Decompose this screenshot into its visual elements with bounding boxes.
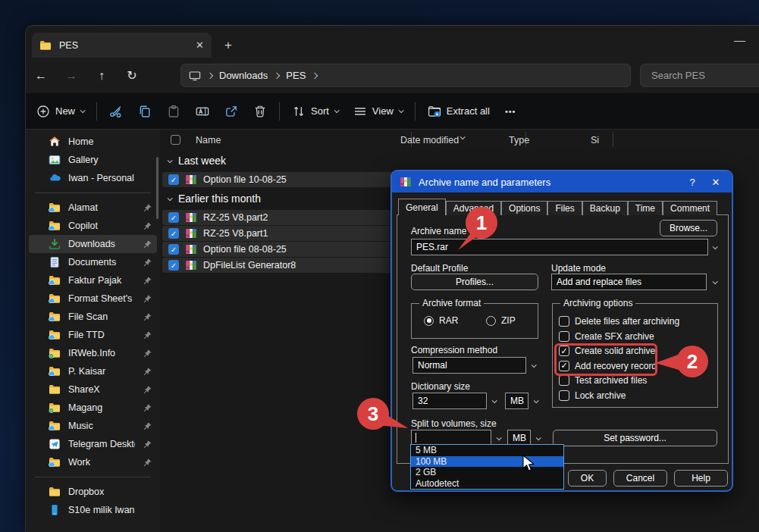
radio-zip[interactable]: ZIP (486, 315, 516, 326)
sidebar-item-s10e-milik-iwan[interactable]: S10e milik Iwan (29, 501, 157, 519)
select-all-checkbox[interactable] (171, 135, 180, 145)
cancel-button[interactable]: Cancel (613, 470, 667, 487)
sidebar-item-copilot[interactable]: Copilot (29, 217, 157, 235)
sidebar-item-irweb-info[interactable]: IRWeb.Info (29, 344, 157, 362)
new-tab-button[interactable]: + (224, 38, 232, 53)
sidebar-item-telegram-desktop[interactable]: Telegram Desktop (29, 435, 157, 453)
sidebar-item-home[interactable]: Home (29, 133, 157, 151)
extract-all-button[interactable]: Extract all (420, 105, 497, 118)
ok-button[interactable]: OK (568, 470, 607, 487)
volume-option-100-mb[interactable]: 100 MB (411, 456, 563, 468)
column-date-modified[interactable]: Date modified (394, 135, 503, 146)
tab-time[interactable]: Time (628, 201, 663, 215)
item-checkbox[interactable]: ✓ (168, 244, 179, 255)
sidebar-item-alamat[interactable]: Alamat (29, 199, 157, 217)
mouse-cursor (522, 455, 537, 474)
item-checkbox[interactable]: ✓ (168, 228, 179, 239)
column-size[interactable]: Si (585, 135, 599, 146)
sidebar-top-section: HomeGalleryIwan - Personal (26, 133, 160, 187)
dialog-help-icon[interactable]: ? (684, 177, 701, 188)
column-name[interactable]: Name (190, 135, 394, 146)
refresh-button[interactable]: ↻ (117, 68, 147, 83)
sidebar-item-label: Music (68, 421, 135, 431)
checkbox-test-archived-files[interactable]: Test archived files (559, 375, 647, 386)
explorer-tab[interactable]: PES ✕ (32, 33, 212, 58)
sidebar-item-music[interactable]: Music (29, 417, 157, 435)
divider (279, 102, 280, 120)
back-button[interactable]: ← (26, 69, 56, 83)
forward-button[interactable]: → (56, 69, 86, 83)
volume-option-autodetect[interactable]: Autodetect (411, 478, 563, 490)
sidebar-item-documents[interactable]: Documents (29, 253, 157, 271)
sidebar-item-file-scan[interactable]: File Scan (29, 308, 157, 326)
update-mode-dropdown-icon[interactable] (709, 274, 720, 290)
update-mode-select[interactable]: Add and replace files (551, 274, 707, 290)
rename-button[interactable] (188, 105, 217, 118)
item-checkbox[interactable]: ✓ (168, 174, 179, 185)
sidebar-item-dropbox[interactable]: Dropbox (29, 483, 157, 501)
new-button[interactable]: New (29, 105, 92, 118)
sidebar-item-magang[interactable]: Magang (29, 399, 157, 417)
sort-button[interactable]: Sort (284, 105, 346, 118)
copy-button[interactable] (130, 105, 159, 118)
minimize-button[interactable]: — (734, 33, 745, 46)
cut-button[interactable] (102, 105, 130, 118)
this-pc-icon (189, 70, 201, 82)
radio-rar[interactable]: RAR (424, 315, 458, 326)
item-checkbox[interactable]: ✓ (168, 212, 179, 223)
sidebar-item-sharex[interactable]: ShareX (29, 380, 157, 399)
checkbox-icon (559, 316, 569, 327)
dictionary-size-input[interactable]: 32 (412, 393, 487, 409)
tab-close-icon[interactable]: ✕ (196, 39, 204, 51)
dialog-close-icon[interactable]: ✕ (707, 177, 724, 188)
breadcrumb-downloads[interactable]: Downloads (219, 70, 268, 81)
column-type[interactable]: Type (503, 135, 585, 146)
sidebar-item-work[interactable]: Work (29, 453, 157, 471)
profiles-button[interactable]: Profiles... (411, 274, 538, 290)
browse-button[interactable]: Browse... (660, 220, 717, 236)
tab-files[interactable]: Files (547, 201, 582, 215)
tab-backup[interactable]: Backup (582, 201, 628, 215)
search-input[interactable]: Search PES (640, 64, 759, 87)
breadcrumb-pes[interactable]: PES (286, 70, 306, 81)
sidebar-item-downloads[interactable]: Downloads (29, 235, 157, 253)
breadcrumb[interactable]: DownloadsPES (180, 64, 631, 87)
item-checkbox[interactable]: ✓ (168, 260, 179, 271)
dialog-title-bar[interactable]: Archive name and parameters ? ✕ (392, 171, 732, 192)
tab-general[interactable]: General (398, 199, 446, 215)
compression-method-select[interactable]: Normal (412, 357, 526, 374)
checkbox-create-sfx-archive[interactable]: Create SFX archive (559, 331, 654, 342)
sidebar-item-iwan-personal[interactable]: Iwan - Personal (29, 169, 157, 187)
checkbox-delete-files-after-archiving[interactable]: Delete files after archiving (559, 316, 679, 327)
help-button[interactable]: Help (674, 470, 728, 487)
volume-option-2-gb[interactable]: 2 GB (411, 467, 563, 478)
paste-button[interactable] (159, 105, 188, 118)
up-button[interactable]: ↑ (86, 69, 117, 83)
compression-dropdown-icon[interactable] (528, 357, 538, 374)
pin-icon (143, 458, 152, 468)
checkbox-icon (559, 375, 569, 386)
sidebar-item-file-ttd[interactable]: File TTD (29, 326, 157, 344)
share-button[interactable] (217, 105, 246, 118)
set-password-button[interactable]: Set password... (553, 430, 717, 446)
archive-name-dropdown-icon[interactable] (709, 239, 720, 255)
column-divider[interactable] (613, 132, 613, 147)
view-button[interactable]: View (346, 105, 410, 118)
sidebar-item-gallery[interactable]: Gallery (29, 151, 157, 169)
winrar-icon (185, 174, 197, 186)
dictionary-unit-dropdown-icon[interactable] (530, 393, 541, 409)
text-caret (416, 433, 416, 443)
sidebar-item-faktur-pajak[interactable]: Faktur Pajak (29, 271, 157, 289)
checkbox-lock-archive[interactable]: Lock archive (559, 390, 626, 401)
file-group-last-week[interactable]: Last week (160, 150, 759, 171)
sidebar-item-format-sheet-s[interactable]: Format Sheet's (29, 289, 157, 308)
dictionary-unit-select[interactable]: MB (505, 393, 528, 409)
tab-comment[interactable]: Comment (663, 201, 717, 215)
dictionary-dropdown-icon[interactable] (488, 393, 499, 409)
volume-option-5-mb[interactable]: 5 MB (411, 445, 563, 456)
extract-all-label: Extract all (447, 105, 490, 117)
sidebar-scrollbar[interactable] (156, 157, 158, 219)
more-options-button[interactable]: ••• (497, 107, 524, 116)
delete-button[interactable] (246, 105, 274, 118)
sidebar-item-p-kaisar[interactable]: P. Kaisar (29, 362, 157, 380)
